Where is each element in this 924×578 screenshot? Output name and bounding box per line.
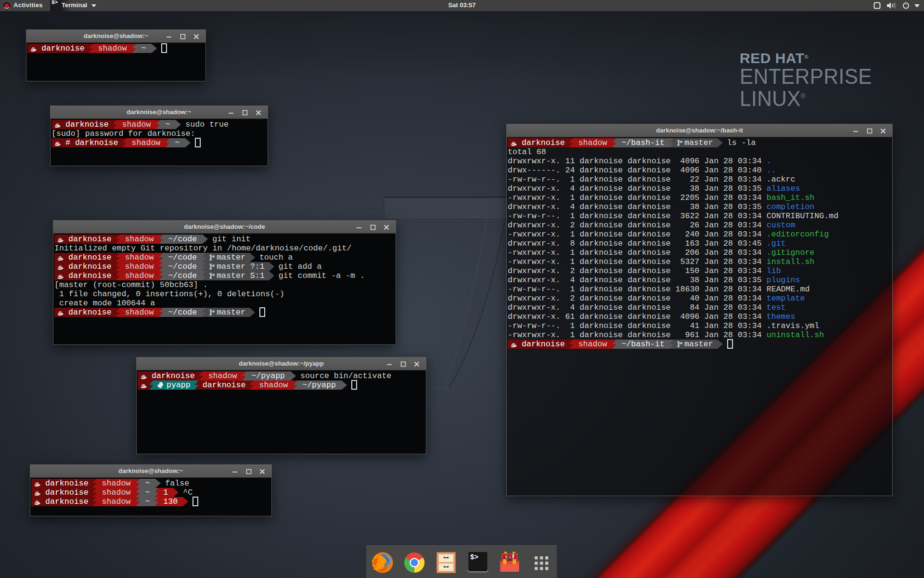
svg-text:$>: $> xyxy=(470,553,478,561)
